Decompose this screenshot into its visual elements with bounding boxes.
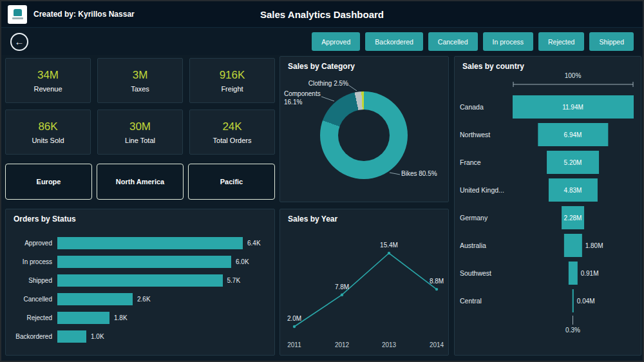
funnel-row: France5.20M xyxy=(460,148,636,176)
status-value-label: 2.6K xyxy=(137,296,151,303)
funnel-bar-zone: 5.20M xyxy=(510,151,636,174)
kpi-value: 34M xyxy=(37,69,59,82)
year-point-label: 2.0M xyxy=(287,315,301,322)
kpi-label: Taxes xyxy=(131,85,149,93)
status-category-label: Approved xyxy=(11,240,57,247)
region-buttons: EuropeNorth AmericaPacific xyxy=(5,164,275,200)
funnel-value-label: 2.28M xyxy=(564,214,582,221)
status-value-label: 5.7K xyxy=(227,277,241,284)
status-bar-in-process[interactable] xyxy=(57,256,231,268)
funnel-value-label: 0.91M xyxy=(581,269,599,276)
year-axis-label: 2014 xyxy=(430,341,444,348)
kpi-label: Revenue xyxy=(33,85,62,93)
funnel-bar-central[interactable] xyxy=(572,289,574,312)
back-button[interactable]: ← xyxy=(10,33,28,51)
filter-button-in-process[interactable]: In process xyxy=(483,32,533,51)
status-bar-backordered[interactable] xyxy=(57,330,86,343)
year-point-2013[interactable] xyxy=(388,252,390,254)
year-point-label: 8.8M xyxy=(430,278,444,285)
funnel-row: Australia1.80M xyxy=(460,231,636,259)
status-category-label: Shipped xyxy=(11,277,57,284)
status-bar-cancelled[interactable] xyxy=(57,293,133,305)
kpi-card-units-sold: 86KUnits Sold xyxy=(5,110,91,155)
year-point-label: 15.4M xyxy=(380,242,398,249)
funnel-value-label: 4.83M xyxy=(564,186,582,193)
funnel-value-label: 0.04M xyxy=(577,297,595,304)
filter-toolbar: ← ApprovedBackorderedCancelledIn process… xyxy=(1,28,643,55)
funnel-row: Canada11.94M xyxy=(460,93,636,120)
kpi-card-line-total: 30MLine Total xyxy=(97,110,183,155)
kpi-label: Line Total xyxy=(125,137,155,144)
kpi-value: 86K xyxy=(38,120,57,133)
status-category-label: Backordered xyxy=(11,333,57,340)
status-value-label: 6.0K xyxy=(236,258,249,265)
logo-text-mark xyxy=(12,17,23,19)
donut-label-components: Components 16.1% xyxy=(284,90,324,106)
funnel-bar-zone: 4.83M xyxy=(510,178,636,202)
funnel-value-label: 1.80M xyxy=(585,242,603,249)
panel-sales-by-country: Sales by country 100%Canada11.94MNorthwe… xyxy=(454,56,641,356)
status-row: In process6.0K xyxy=(11,252,269,271)
funnel-category-label: Germany xyxy=(460,214,510,222)
region-button-europe[interactable]: Europe xyxy=(5,164,92,200)
status-bar-approved[interactable] xyxy=(57,237,243,249)
filter-button-backordered[interactable]: Backordered xyxy=(365,32,423,51)
category-donut-chart[interactable] xyxy=(320,91,408,179)
funnel-top-label-block: 100% xyxy=(460,72,636,88)
status-value-label: 6.4K xyxy=(247,240,261,247)
donut-label-bikes: Bikes 80.5% xyxy=(401,170,446,178)
filter-bar: ApprovedBackorderedCancelledIn processRe… xyxy=(312,32,634,51)
donut-label-clothing: Clothing 2.5% xyxy=(285,80,348,88)
created-by-text: Created by: Kyrillos Nassar xyxy=(33,10,135,19)
funnel-foot-zone: 0.3% xyxy=(510,316,636,334)
kpi-value: 3M xyxy=(133,69,148,82)
year-axis-label: 2013 xyxy=(382,341,397,348)
filter-button-approved[interactable]: Approved xyxy=(312,32,360,51)
funnel-category-label: Central xyxy=(460,297,510,305)
panel-sales-by-category: Sales by Category Clothing 2.5% Componen… xyxy=(279,56,449,202)
kpi-label: Units Sold xyxy=(32,137,64,144)
status-bar-rejected[interactable] xyxy=(57,312,109,324)
funnel-bar-zone: 0.91M xyxy=(510,262,636,285)
orders-by-status-title: Orders by Status xyxy=(6,209,274,225)
status-category-label: In process xyxy=(11,258,57,265)
funnel-row: Central0.04M xyxy=(460,287,636,314)
funnel-row: Germany2.28M xyxy=(460,204,636,231)
funnel-bar-australia[interactable] xyxy=(564,234,582,257)
funnel-bottom-label: 0.3% xyxy=(565,327,580,334)
funnel-category-label: Southwest xyxy=(460,269,510,277)
year-point-2014[interactable] xyxy=(435,288,438,291)
kpi-card-revenue: 34MRevenue xyxy=(5,58,91,103)
country-funnel-chart: 100%Canada11.94MNorthwest6.94MFrance5.20… xyxy=(460,72,636,334)
status-bar-shipped[interactable] xyxy=(57,274,223,287)
region-button-north-america[interactable]: North America xyxy=(97,164,184,200)
funnel-row: Southwest0.91M xyxy=(460,259,636,287)
filter-button-cancelled[interactable]: Cancelled xyxy=(428,32,478,51)
region-button-pacific[interactable]: Pacific xyxy=(188,164,275,200)
sales-by-country-title: Sales by country xyxy=(455,57,641,72)
kpi-value: 30M xyxy=(129,120,151,133)
kpi-card-total-orders: 24KTotal Orders xyxy=(189,110,275,155)
status-category-label: Rejected xyxy=(11,314,57,321)
filter-button-rejected[interactable]: Rejected xyxy=(538,32,584,51)
funnel-head-zone: 100% xyxy=(510,72,636,88)
kpi-label: Freight xyxy=(221,85,243,93)
funnel-bracket xyxy=(513,81,634,88)
kpi-label: Total Orders xyxy=(213,137,252,144)
funnel-bar-zone: 0.04M xyxy=(510,289,636,312)
year-point-2012[interactable] xyxy=(341,294,343,296)
funnel-category-label: France xyxy=(460,158,510,166)
status-row: Backordered1.0K xyxy=(11,327,269,346)
funnel-category-label: Canada xyxy=(460,103,510,111)
filter-button-shipped[interactable]: Shipped xyxy=(589,32,634,51)
funnel-bar-southwest[interactable] xyxy=(568,262,577,285)
funnel-bar-zone: 11.94M xyxy=(510,95,636,119)
back-arrow-icon: ← xyxy=(15,37,24,46)
year-point-2011[interactable] xyxy=(293,325,296,328)
panel-sales-by-year: Sales by Year 2.0M20117.8M201215.4M20138… xyxy=(279,209,449,356)
funnel-bar-zone: 6.94M xyxy=(510,123,636,146)
year-line-chart[interactable]: 2.0M20117.8M201215.4M20138.8M2014 xyxy=(284,229,446,351)
kpi-grid: 34MRevenue3MTaxes916KFreight86KUnits Sol… xyxy=(5,58,275,155)
year-axis-label: 2011 xyxy=(287,341,301,348)
kpi-value: 24K xyxy=(222,120,242,133)
